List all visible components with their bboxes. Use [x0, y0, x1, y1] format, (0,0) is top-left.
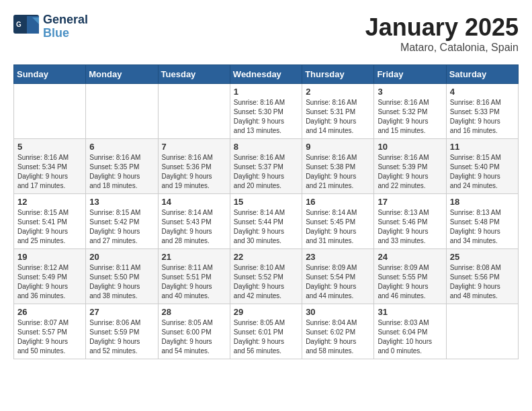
day-number: 10: [378, 142, 442, 152]
day-number: 25: [450, 252, 515, 262]
calendar-cell: 2Sunrise: 8:16 AM Sunset: 5:31 PM Daylig…: [302, 84, 374, 139]
calendar-week-row: 5Sunrise: 8:16 AM Sunset: 5:34 PM Daylig…: [14, 139, 519, 194]
logo: G General Blue: [13, 13, 88, 40]
day-number: 26: [17, 307, 82, 317]
calendar-week-row: 12Sunrise: 8:15 AM Sunset: 5:41 PM Dayli…: [14, 194, 519, 249]
day-info: Sunrise: 8:03 AM Sunset: 6:04 PM Dayligh…: [378, 318, 442, 356]
day-info: Sunrise: 8:14 AM Sunset: 5:43 PM Dayligh…: [162, 208, 226, 246]
day-number: 15: [234, 197, 298, 207]
day-number: 27: [89, 307, 154, 317]
day-number: 31: [378, 307, 442, 317]
calendar-cell: 28Sunrise: 8:05 AM Sunset: 6:00 PM Dayli…: [158, 304, 230, 359]
calendar-cell: 17Sunrise: 8:13 AM Sunset: 5:46 PM Dayli…: [374, 194, 446, 249]
day-info: Sunrise: 8:13 AM Sunset: 5:46 PM Dayligh…: [378, 208, 442, 246]
day-number: 30: [306, 307, 370, 317]
calendar-cell: 13Sunrise: 8:15 AM Sunset: 5:42 PM Dayli…: [86, 194, 158, 249]
calendar-cell: [14, 84, 86, 139]
day-info: Sunrise: 8:07 AM Sunset: 5:57 PM Dayligh…: [17, 318, 82, 356]
weekday-header: Thursday: [302, 65, 374, 84]
calendar-cell: 10Sunrise: 8:16 AM Sunset: 5:39 PM Dayli…: [374, 139, 446, 194]
calendar-cell: 12Sunrise: 8:15 AM Sunset: 5:41 PM Dayli…: [14, 194, 86, 249]
calendar-cell: 29Sunrise: 8:05 AM Sunset: 6:01 PM Dayli…: [230, 304, 302, 359]
day-info: Sunrise: 8:16 AM Sunset: 5:38 PM Dayligh…: [306, 153, 370, 191]
day-number: 8: [234, 142, 298, 152]
calendar-cell: 4Sunrise: 8:16 AM Sunset: 5:33 PM Daylig…: [446, 84, 518, 139]
day-info: Sunrise: 8:16 AM Sunset: 5:33 PM Dayligh…: [450, 98, 515, 136]
day-info: Sunrise: 8:15 AM Sunset: 5:42 PM Dayligh…: [89, 208, 154, 246]
logo-text-line1: General: [43, 13, 88, 27]
day-info: Sunrise: 8:16 AM Sunset: 5:36 PM Dayligh…: [162, 153, 226, 191]
day-info: Sunrise: 8:05 AM Sunset: 6:00 PM Dayligh…: [162, 318, 226, 356]
weekday-header: Monday: [86, 65, 158, 84]
day-number: 14: [162, 197, 226, 207]
logo-text-line2: Blue: [43, 27, 88, 40]
calendar-cell: 14Sunrise: 8:14 AM Sunset: 5:43 PM Dayli…: [158, 194, 230, 249]
calendar-week-row: 19Sunrise: 8:12 AM Sunset: 5:49 PM Dayli…: [14, 249, 519, 304]
day-number: 19: [17, 252, 82, 262]
day-info: Sunrise: 8:16 AM Sunset: 5:39 PM Dayligh…: [378, 153, 442, 191]
day-number: 1: [234, 87, 298, 97]
day-number: 2: [306, 87, 370, 97]
calendar-cell: 5Sunrise: 8:16 AM Sunset: 5:34 PM Daylig…: [14, 139, 86, 194]
day-number: 9: [306, 142, 370, 152]
weekday-header: Saturday: [446, 65, 518, 84]
day-number: 20: [89, 252, 154, 262]
calendar-cell: 18Sunrise: 8:13 AM Sunset: 5:48 PM Dayli…: [446, 194, 518, 249]
calendar-cell: 20Sunrise: 8:11 AM Sunset: 5:50 PM Dayli…: [86, 249, 158, 304]
calendar-cell: 24Sunrise: 8:09 AM Sunset: 5:55 PM Dayli…: [374, 249, 446, 304]
day-number: 24: [378, 252, 442, 262]
weekday-header: Tuesday: [158, 65, 230, 84]
day-number: 7: [162, 142, 226, 152]
calendar-cell: 8Sunrise: 8:16 AM Sunset: 5:37 PM Daylig…: [230, 139, 302, 194]
day-info: Sunrise: 8:15 AM Sunset: 5:41 PM Dayligh…: [17, 208, 82, 246]
day-info: Sunrise: 8:16 AM Sunset: 5:32 PM Dayligh…: [378, 98, 442, 136]
page-header: G General Blue January 2025 Mataro, Cata…: [13, 13, 519, 54]
day-info: Sunrise: 8:16 AM Sunset: 5:31 PM Dayligh…: [306, 98, 370, 136]
day-info: Sunrise: 8:15 AM Sunset: 5:40 PM Dayligh…: [450, 153, 515, 191]
day-info: Sunrise: 8:11 AM Sunset: 5:51 PM Dayligh…: [162, 263, 226, 301]
day-info: Sunrise: 8:04 AM Sunset: 6:02 PM Dayligh…: [306, 318, 370, 356]
day-info: Sunrise: 8:11 AM Sunset: 5:50 PM Dayligh…: [89, 263, 154, 301]
day-number: 29: [234, 307, 298, 317]
day-number: 12: [17, 197, 82, 207]
calendar-cell: 21Sunrise: 8:11 AM Sunset: 5:51 PM Dayli…: [158, 249, 230, 304]
calendar-cell: 16Sunrise: 8:14 AM Sunset: 5:45 PM Dayli…: [302, 194, 374, 249]
day-number: 6: [89, 142, 154, 152]
day-number: 21: [162, 252, 226, 262]
day-info: Sunrise: 8:05 AM Sunset: 6:01 PM Dayligh…: [234, 318, 298, 356]
calendar-cell: 9Sunrise: 8:16 AM Sunset: 5:38 PM Daylig…: [302, 139, 374, 194]
day-info: Sunrise: 8:16 AM Sunset: 5:37 PM Dayligh…: [234, 153, 298, 191]
calendar-cell: 27Sunrise: 8:06 AM Sunset: 5:59 PM Dayli…: [86, 304, 158, 359]
day-number: 3: [378, 87, 442, 97]
day-info: Sunrise: 8:09 AM Sunset: 5:54 PM Dayligh…: [306, 263, 370, 301]
day-number: 17: [378, 197, 442, 207]
calendar-cell: 6Sunrise: 8:16 AM Sunset: 5:35 PM Daylig…: [86, 139, 158, 194]
day-info: Sunrise: 8:06 AM Sunset: 5:59 PM Dayligh…: [89, 318, 154, 356]
calendar-week-row: 26Sunrise: 8:07 AM Sunset: 5:57 PM Dayli…: [14, 304, 519, 359]
calendar-cell: 15Sunrise: 8:14 AM Sunset: 5:44 PM Dayli…: [230, 194, 302, 249]
month-title: January 2025: [365, 13, 519, 42]
calendar-cell: 30Sunrise: 8:04 AM Sunset: 6:02 PM Dayli…: [302, 304, 374, 359]
title-area: January 2025 Mataro, Catalonia, Spain: [365, 13, 519, 54]
day-info: Sunrise: 8:09 AM Sunset: 5:55 PM Dayligh…: [378, 263, 442, 301]
day-info: Sunrise: 8:16 AM Sunset: 5:35 PM Dayligh…: [89, 153, 154, 191]
day-info: Sunrise: 8:16 AM Sunset: 5:30 PM Dayligh…: [234, 98, 298, 136]
calendar-cell: 19Sunrise: 8:12 AM Sunset: 5:49 PM Dayli…: [14, 249, 86, 304]
day-number: 22: [234, 252, 298, 262]
calendar-cell: 1Sunrise: 8:16 AM Sunset: 5:30 PM Daylig…: [230, 84, 302, 139]
day-number: 5: [17, 142, 82, 152]
day-number: 13: [89, 197, 154, 207]
day-number: 16: [306, 197, 370, 207]
location: Mataro, Catalonia, Spain: [365, 42, 519, 54]
day-number: 23: [306, 252, 370, 262]
day-number: 28: [162, 307, 226, 317]
calendar-cell: 31Sunrise: 8:03 AM Sunset: 6:04 PM Dayli…: [374, 304, 446, 359]
calendar-cell: 22Sunrise: 8:10 AM Sunset: 5:52 PM Dayli…: [230, 249, 302, 304]
weekday-header: Friday: [374, 65, 446, 84]
calendar-cell: [86, 84, 158, 139]
day-info: Sunrise: 8:16 AM Sunset: 5:34 PM Dayligh…: [17, 153, 82, 191]
day-number: 4: [450, 87, 515, 97]
day-info: Sunrise: 8:13 AM Sunset: 5:48 PM Dayligh…: [450, 208, 515, 246]
calendar-week-row: 1Sunrise: 8:16 AM Sunset: 5:30 PM Daylig…: [14, 84, 519, 139]
day-number: 11: [450, 142, 515, 152]
